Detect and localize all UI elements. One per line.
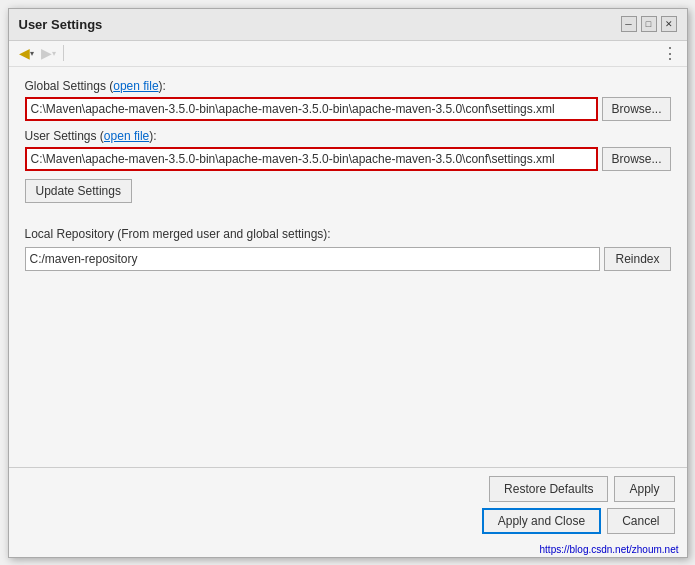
footer-row2: Apply and Close Cancel <box>21 508 675 534</box>
local-repo-label: Local Repository (From merged user and g… <box>25 227 671 241</box>
user-open-file-link[interactable]: open file <box>104 129 149 143</box>
local-repository-section: Local Repository (From merged user and g… <box>25 227 671 271</box>
dropdown-icon2: ▾ <box>52 49 56 58</box>
local-repo-row: Reindex <box>25 247 671 271</box>
toolbar-area: ◀ ▾ ▶ ▾ ⋮ <box>9 41 687 67</box>
dropdown-icon: ▾ <box>30 49 34 58</box>
apply-button[interactable]: Apply <box>614 476 674 502</box>
minimize-button[interactable]: ─ <box>621 16 637 32</box>
toolbar-menu-icon[interactable]: ⋮ <box>662 44 679 63</box>
title-controls: ─ □ ✕ <box>621 16 677 32</box>
forward-icon: ▶ <box>41 45 52 61</box>
global-label-text: Global Settings ( <box>25 79 114 93</box>
back-button[interactable]: ◀ ▾ <box>17 43 37 63</box>
title-bar: User Settings ─ □ ✕ <box>9 9 687 41</box>
reindex-button[interactable]: Reindex <box>604 247 670 271</box>
update-settings-button[interactable]: Update Settings <box>25 179 132 203</box>
global-settings-input[interactable] <box>25 97 599 121</box>
footer-row1: Restore Defaults Apply <box>21 476 675 502</box>
global-browse-button[interactable]: Browse... <box>602 97 670 121</box>
content-area: Global Settings (open file): Browse... U… <box>9 67 687 467</box>
global-label-end: ): <box>159 79 166 93</box>
global-settings-label: Global Settings (open file): <box>25 79 671 93</box>
dialog-window: User Settings ─ □ ✕ ◀ ▾ ▶ ▾ ⋮ Global Set… <box>8 8 688 558</box>
user-label-end: ): <box>149 129 156 143</box>
apply-and-close-button[interactable]: Apply and Close <box>482 508 601 534</box>
restore-button[interactable]: □ <box>641 16 657 32</box>
user-browse-button[interactable]: Browse... <box>602 147 670 171</box>
user-settings-row: Browse... <box>25 147 671 171</box>
restore-defaults-button[interactable]: Restore Defaults <box>489 476 608 502</box>
global-open-file-link[interactable]: open file <box>113 79 158 93</box>
close-button[interactable]: ✕ <box>661 16 677 32</box>
back-icon: ◀ <box>19 45 30 61</box>
user-settings-label: User Settings (open file): <box>25 129 671 143</box>
footer-area: Restore Defaults Apply Apply and Close C… <box>9 467 687 542</box>
forward-button[interactable]: ▶ ▾ <box>39 43 59 63</box>
local-repo-input[interactable] <box>25 247 601 271</box>
cancel-button[interactable]: Cancel <box>607 508 674 534</box>
user-label-text: User Settings ( <box>25 129 104 143</box>
dialog-title: User Settings <box>19 17 103 32</box>
toolbar-separator <box>63 45 64 61</box>
watermark: https://blog.csdn.net/zhoum.net <box>9 542 687 557</box>
user-settings-input[interactable] <box>25 147 599 171</box>
global-settings-row: Browse... <box>25 97 671 121</box>
